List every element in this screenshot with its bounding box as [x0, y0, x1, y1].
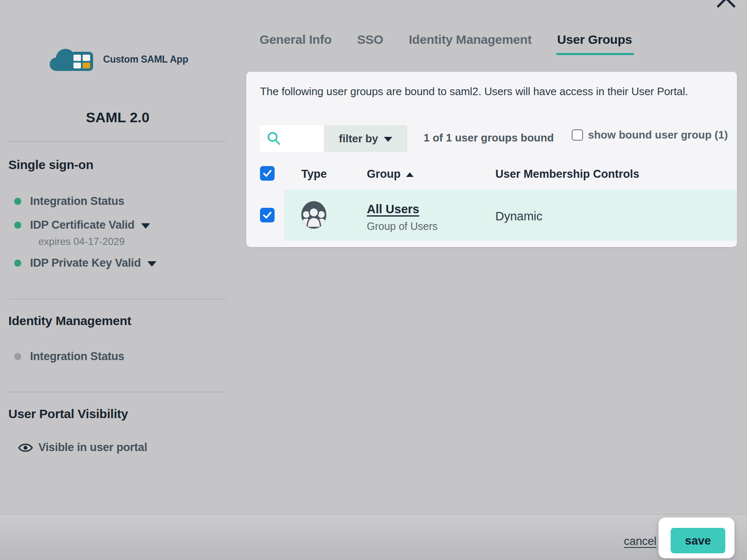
tab-identity-management[interactable]: Identity Management: [409, 33, 532, 55]
column-header-membership: User Membership Controls: [495, 168, 639, 181]
protocol-title: SAML 2.0: [8, 109, 227, 126]
divider: [8, 392, 226, 392]
idm-integration-status: Integration Status: [8, 350, 124, 363]
certificate-expiry: expires 04-17-2029: [38, 236, 125, 247]
tab-sso[interactable]: SSO: [357, 33, 384, 55]
bound-summary: 1 of 1 user groups bound: [424, 131, 554, 144]
section-title-user-portal-visibility: User Portal Visibility: [8, 407, 128, 421]
divider: [8, 141, 226, 141]
group-subtitle: Group of Users: [367, 220, 438, 232]
eye-icon: [18, 441, 33, 454]
idp-certificate-status[interactable]: IDP Certificate Valid: [8, 219, 150, 232]
row-checkbox[interactable]: [260, 208, 275, 222]
saml-app-modal: General Info SSO Identity Management Use…: [0, 0, 747, 560]
select-all-checkbox[interactable]: [260, 166, 275, 181]
divider: [8, 299, 226, 299]
panel-description: The following user groups are bound to s…: [260, 85, 688, 98]
save-button[interactable]: save: [671, 528, 725, 553]
group-name-link[interactable]: All Users: [367, 202, 419, 216]
search-input[interactable]: [284, 130, 320, 147]
sso-integration-status: Integration Status: [8, 195, 124, 208]
show-bound-toggle[interactable]: show bound user group (1): [572, 129, 728, 141]
visible-in-user-portal: Visible in user portal: [8, 441, 147, 454]
chevron-down-icon[interactable]: [141, 223, 150, 229]
close-icon[interactable]: [716, 0, 736, 8]
status-dot-green: [14, 222, 21, 229]
membership-value: Dynamic: [495, 209, 543, 223]
sort-asc-icon: [406, 172, 414, 177]
show-bound-checkbox[interactable]: [572, 129, 583, 141]
search-icon: [267, 131, 281, 146]
status-dot-green: [14, 198, 21, 205]
check-icon: [262, 210, 272, 220]
user-group-avatar-icon: [300, 200, 328, 230]
column-header-group[interactable]: Group: [367, 168, 414, 181]
status-dot-green: [14, 260, 21, 267]
save-button-highlight: save: [659, 517, 734, 558]
app-logo-label: Custom SAML App: [103, 54, 188, 65]
status-dot-gray: [14, 353, 21, 360]
section-title-single-sign-on: Single sign-on: [8, 158, 93, 172]
app-logo: Custom SAML App: [8, 46, 227, 73]
search-box: [260, 125, 324, 152]
cloud-saml-app-icon: [47, 46, 98, 73]
cancel-button[interactable]: cancel: [624, 535, 656, 548]
search-filter-group: filter by: [260, 125, 407, 152]
tab-user-groups[interactable]: User Groups: [557, 33, 632, 55]
filter-by-dropdown[interactable]: filter by: [324, 125, 407, 152]
check-icon: [262, 169, 272, 178]
section-title-identity-management: Identity Management: [8, 314, 131, 328]
tab-general-info[interactable]: General Info: [260, 33, 332, 55]
idp-private-key-status[interactable]: IDP Private Key Valid: [8, 257, 156, 270]
chevron-down-icon[interactable]: [147, 261, 156, 267]
chevron-down-icon: [384, 137, 392, 142]
column-header-type: Type: [301, 168, 327, 181]
tab-bar: General Info SSO Identity Management Use…: [260, 33, 632, 55]
user-groups-panel: The following user groups are bound to s…: [246, 72, 737, 247]
